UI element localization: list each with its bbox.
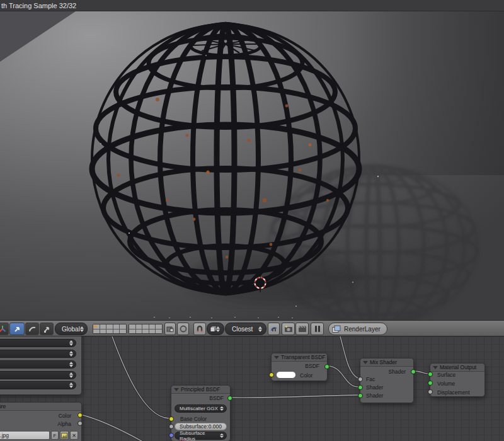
- render-layer-selector[interactable]: RenderLayer: [328, 323, 387, 335]
- rendered-scene: [0, 11, 504, 320]
- snap-magnet-icon[interactable]: [193, 323, 206, 335]
- snap-target-value: Closest: [232, 326, 253, 333]
- node-title[interactable]: Transparent BSDF: [272, 353, 327, 362]
- options-stack-node[interactable]: [0, 336, 82, 395]
- view3d-header: Global Closest RenderLayer: [0, 320, 504, 336]
- layers-group-1[interactable]: [93, 324, 127, 334]
- wire: [414, 371, 428, 374]
- mix-shader-node[interactable]: Mix Shader Shader Fac Shader Shader: [360, 358, 414, 403]
- input-label: Fac: [366, 376, 375, 382]
- subsurface-input-socket[interactable]: [169, 424, 174, 429]
- distribution-dropdown[interactable]: Multiscatter GGX: [175, 404, 227, 413]
- node-title[interactable]: Mix Shader: [360, 358, 413, 367]
- shader1-input-socket[interactable]: [358, 385, 363, 390]
- unlink-image-button[interactable]: ✕: [70, 431, 78, 440]
- pause-render-button[interactable]: [311, 323, 324, 335]
- option-row[interactable]: [0, 360, 76, 369]
- snap-self-icon[interactable]: [268, 323, 280, 335]
- snap-target-dropdown[interactable]: Closest: [225, 323, 266, 335]
- input-label: Shader: [366, 384, 383, 391]
- subsurface-slider[interactable]: Subsurface: 0.000: [175, 423, 227, 430]
- input-label: Base Color: [180, 416, 207, 422]
- active-layer-dot: [94, 325, 96, 328]
- base-color-input-socket[interactable]: [169, 416, 174, 421]
- node-title[interactable]: Principled BSDF: [171, 386, 230, 394]
- output-label: BSDF: [209, 395, 224, 401]
- wire: [340, 336, 358, 378]
- color-output-socket[interactable]: [77, 413, 83, 418]
- bsdf-output-socket[interactable]: [227, 396, 232, 401]
- right-darkening: [340, 11, 504, 175]
- chevron-updown-icon: [258, 326, 263, 332]
- collapse-icon[interactable]: [433, 366, 438, 369]
- chevron-updown-icon: [80, 326, 84, 332]
- render-layer-name: RenderLayer: [344, 326, 381, 333]
- proportional-edit-icon[interactable]: [177, 323, 189, 335]
- alpha-output-socket[interactable]: [77, 421, 83, 426]
- bsdf-output-socket[interactable]: [324, 364, 329, 369]
- layers-group-2[interactable]: [129, 324, 163, 334]
- node-title[interactable]: Material Output: [430, 364, 484, 372]
- chevron-updown-icon: [69, 340, 74, 346]
- scale-manipulator-button[interactable]: [40, 323, 54, 335]
- chevron-updown-icon: [69, 382, 74, 388]
- input-label: Displacement: [437, 389, 470, 396]
- option-row[interactable]: [0, 381, 76, 389]
- snap-element-dropdown[interactable]: [207, 323, 224, 335]
- option-row[interactable]: [0, 371, 76, 379]
- rotate-manipulator-button[interactable]: [25, 323, 39, 335]
- chevron-updown-icon: [69, 362, 74, 367]
- output-label: BSDF: [305, 363, 319, 369]
- orientation-dropdown[interactable]: Global: [55, 323, 88, 335]
- volume-input-socket[interactable]: [428, 381, 433, 386]
- fake-user-button[interactable]: F: [51, 431, 59, 440]
- render-status-text: th Tracing Sample 32/32: [1, 2, 76, 9]
- color-input-socket[interactable]: [269, 372, 274, 377]
- opengl-render-still-icon[interactable]: [282, 323, 295, 335]
- output-label: Shader: [389, 369, 406, 375]
- open-image-button[interactable]: [60, 431, 69, 440]
- shader-output-socket[interactable]: [411, 369, 416, 374]
- option-row[interactable]: [0, 350, 76, 358]
- cube-icon: [210, 326, 216, 333]
- image-texture-node[interactable]: ure Color Alpha alkway07_met.jpg F ✕: [0, 402, 82, 441]
- output-label: Alpha: [57, 421, 71, 427]
- fac-input-socket[interactable]: [358, 377, 363, 382]
- input-label: Color: [300, 372, 312, 379]
- image-filename-field[interactable]: alkway07_met.jpg: [0, 431, 50, 440]
- input-label: Shader: [366, 392, 383, 399]
- chevron-updown-icon: [219, 406, 224, 411]
- viewport-3d[interactable]: [0, 11, 504, 320]
- subsurface-radius-dropdown[interactable]: Subsurface Radius: [175, 432, 227, 440]
- color-swatch[interactable]: [276, 371, 296, 379]
- collapse-icon[interactable]: [274, 356, 279, 359]
- collapse-icon[interactable]: [363, 361, 368, 364]
- input-label: Volume: [437, 381, 455, 387]
- translate-manipulator-button[interactable]: [9, 323, 25, 335]
- wire: [328, 366, 358, 387]
- transparent-bsdf-node[interactable]: Transparent BSDF BSDF Color: [271, 353, 328, 381]
- principled-bsdf-node[interactable]: Principled BSDF BSDF Multiscatter GGX Ba…: [171, 385, 231, 441]
- chevron-updown-icon: [69, 372, 74, 378]
- surface-input-socket[interactable]: [428, 372, 433, 377]
- render-layers-icon: [332, 325, 341, 333]
- displacement-input-socket[interactable]: [428, 389, 433, 394]
- subsurface-radius-input-socket[interactable]: [169, 433, 174, 438]
- manipulator-axes-icon[interactable]: [0, 323, 9, 335]
- scene-lock-icon[interactable]: [164, 323, 176, 335]
- collapse-icon[interactable]: [174, 388, 179, 391]
- chevron-updown-icon: [219, 433, 224, 438]
- chevron-updown-icon: [69, 351, 74, 357]
- input-label: Surface: [437, 372, 455, 378]
- chevron-updown-icon: [216, 326, 220, 332]
- option-row[interactable]: [0, 339, 76, 347]
- shader2-input-socket[interactable]: [358, 393, 363, 398]
- wire: [81, 415, 146, 441]
- render-status-bar: th Tracing Sample 32/32: [0, 0, 504, 11]
- node-title[interactable]: ure: [0, 403, 81, 411]
- opengl-render-anim-icon[interactable]: [295, 323, 309, 335]
- node-editor[interactable]: ure Color Alpha alkway07_met.jpg F ✕ Pri…: [0, 336, 504, 441]
- output-label: Color: [59, 413, 71, 419]
- wire: [112, 336, 169, 418]
- material-output-node[interactable]: Material Output Surface Volume Displacem…: [430, 363, 485, 397]
